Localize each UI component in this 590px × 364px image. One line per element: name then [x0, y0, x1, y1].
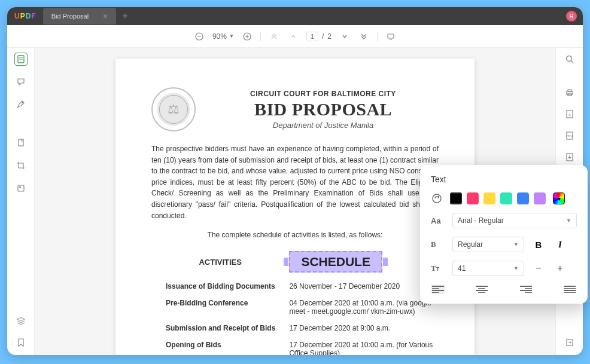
- comment-tool-icon[interactable]: [14, 75, 28, 88]
- svg-rect-11: [18, 185, 24, 191]
- tab-title: Bid Proposal: [51, 13, 89, 20]
- custom-color-button[interactable]: ▾: [553, 192, 565, 204]
- document-title: BID PROPOSAL: [208, 99, 439, 120]
- page-tool-icon[interactable]: [14, 136, 28, 149]
- page-indicator: 1 / 2: [306, 32, 332, 41]
- total-pages: 2: [327, 32, 332, 41]
- align-center-button[interactable]: [475, 285, 489, 294]
- bold-button[interactable]: B: [531, 240, 546, 250]
- svg-rect-16: [568, 90, 571, 91]
- search-icon[interactable]: [563, 53, 576, 66]
- crop-tool-icon[interactable]: [14, 159, 28, 172]
- color-swatch[interactable]: [500, 192, 512, 204]
- close-tab-icon[interactable]: ×: [103, 11, 108, 21]
- schedule-cell: 04 December 2020 at 10:00 a.m. (via goog…: [289, 299, 439, 316]
- export-icon[interactable]: [563, 336, 576, 349]
- color-swatch[interactable]: [534, 192, 546, 204]
- size-label-icon: TT: [431, 264, 445, 273]
- next-page-icon[interactable]: [339, 30, 351, 42]
- court-name: CIRCUIT COURT FOR BALTIMORE CITY: [208, 90, 439, 98]
- presentation-icon[interactable]: [385, 30, 397, 42]
- align-justify-button[interactable]: [562, 285, 577, 294]
- bookmark-icon[interactable]: [14, 336, 28, 349]
- font-label-icon: Aa: [431, 216, 445, 225]
- form-tool-icon[interactable]: [14, 182, 28, 195]
- zoom-in-button[interactable]: [241, 30, 253, 42]
- activity-cell: Pre-Bidding Conference: [151, 299, 289, 316]
- schedule-cell: 17 December 2020 at 9:00 a.m.: [289, 324, 439, 332]
- activity-cell: Opening of Bids: [151, 341, 289, 355]
- svg-rect-5: [388, 34, 394, 38]
- last-page-icon[interactable]: [358, 30, 370, 42]
- svg-text:A: A: [568, 113, 570, 117]
- svg-text:PDF/A: PDF/A: [566, 134, 573, 137]
- titlebar: UPDF Bid Proposal × + R: [7, 7, 583, 25]
- top-toolbar: 90% ▼ 1 / 2: [7, 25, 583, 48]
- table-row: Submission and Receipt of Bids17 Decembe…: [151, 324, 439, 332]
- increase-size-button[interactable]: +: [553, 263, 567, 274]
- italic-button[interactable]: I: [553, 240, 567, 250]
- svg-point-25: [433, 194, 441, 203]
- align-left-button[interactable]: [431, 285, 445, 294]
- table-row: Pre-Bidding Conference04 December 2020 a…: [151, 299, 439, 316]
- print-icon[interactable]: [563, 86, 576, 99]
- table-row: Issuance of Bidding Documents26 November…: [151, 282, 439, 290]
- schedule-intro: The complete schedule of activities is l…: [151, 231, 439, 239]
- svg-line-14: [571, 61, 573, 63]
- document-tab[interactable]: Bid Proposal ×: [43, 8, 117, 25]
- save-icon[interactable]: [563, 151, 576, 164]
- activity-cell: Issuance of Bidding Documents: [151, 282, 289, 290]
- color-swatch[interactable]: [467, 192, 479, 204]
- app-logo: UPDF: [14, 12, 36, 20]
- table-row: Opening of Bids17 December 2020 at 10:00…: [151, 341, 439, 355]
- zoom-out-button[interactable]: [193, 30, 205, 42]
- color-swatch[interactable]: [450, 192, 462, 204]
- font-weight-dropdown[interactable]: Regular▼: [452, 237, 524, 252]
- align-right-button[interactable]: [519, 285, 533, 294]
- add-tab-button[interactable]: +: [122, 11, 127, 22]
- color-swatch[interactable]: [517, 192, 529, 204]
- activity-cell: Submission and Receipt of Bids: [151, 324, 289, 332]
- body-paragraph: The prospective bidders must have an exp…: [151, 143, 439, 221]
- weight-label-icon: B: [431, 240, 445, 249]
- column-header-activities: ACTIVITIES: [151, 258, 289, 267]
- layers-icon[interactable]: [14, 314, 28, 328]
- prev-page-icon[interactable]: [287, 30, 299, 42]
- zoom-dropdown[interactable]: 90% ▼: [212, 32, 234, 41]
- department-name: Department of Justice Manila: [208, 121, 439, 130]
- reader-tool-icon[interactable]: [14, 53, 28, 66]
- color-swatch[interactable]: [483, 192, 495, 204]
- resize-handle-left[interactable]: [284, 258, 288, 266]
- left-sidebar: [7, 48, 35, 355]
- font-size-dropdown[interactable]: 41▼: [452, 261, 524, 276]
- edit-tool-icon[interactable]: [14, 98, 28, 111]
- svg-rect-10: [19, 139, 23, 146]
- ocr-icon[interactable]: A: [563, 108, 576, 121]
- color-picker-icon[interactable]: [431, 192, 443, 204]
- selected-text-box[interactable]: SCHEDULE: [289, 251, 382, 273]
- user-avatar[interactable]: R: [566, 11, 577, 22]
- court-seal-icon: ⚖: [151, 87, 196, 131]
- pdfa-icon[interactable]: PDF/A: [563, 129, 576, 142]
- decrease-size-button[interactable]: −: [531, 263, 546, 274]
- panel-title: Text: [431, 175, 577, 184]
- svg-point-13: [566, 56, 571, 62]
- first-page-icon[interactable]: [268, 30, 280, 42]
- svg-rect-12: [19, 186, 21, 188]
- font-family-dropdown[interactable]: Arial - Regular▼: [452, 213, 577, 228]
- resize-handle-right[interactable]: [383, 258, 388, 266]
- text-properties-panel: Text ▾ Aa Arial - Regular▼ B Regular▼ B …: [420, 165, 588, 304]
- schedule-cell: 26 November - 17 December 2020: [289, 282, 439, 290]
- current-page-input[interactable]: 1: [306, 32, 318, 41]
- schedule-cell: 17 December 2020 at 10:00 a.m. (for Vari…: [289, 341, 439, 355]
